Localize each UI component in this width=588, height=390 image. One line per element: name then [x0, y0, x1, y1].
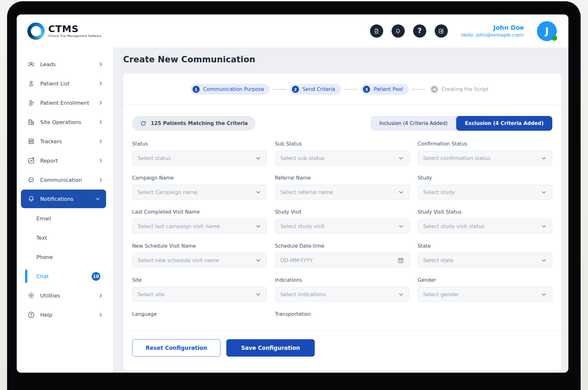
sidebar-item-utilities[interactable]: Utilities — [17, 286, 113, 305]
chevron-right-icon — [98, 138, 104, 144]
sidebar-item-leads[interactable]: Leads — [17, 55, 113, 74]
field-label: Referral Name — [275, 175, 410, 181]
field-empty — [418, 311, 552, 321]
step-connector — [273, 89, 287, 90]
step-creating-the-script[interactable]: 4 Creating the Script — [429, 84, 494, 95]
sidebar-item-label: Leads — [40, 61, 98, 67]
site-operations-icon — [27, 118, 35, 126]
sidebar-item-label: Patient List — [40, 81, 98, 87]
sidebar-item-label: Help — [40, 312, 98, 318]
step-communication-purpose[interactable]: 1 Communication Purpose — [190, 84, 270, 95]
last-completed-visit-select[interactable]: Select last campaign visit name — [132, 219, 267, 234]
schedule-date-input[interactable]: DD-MM-YYYY — [275, 253, 410, 268]
avatar[interactable]: J — [537, 21, 557, 41]
patient-enrollment-icon — [27, 99, 35, 107]
sidebar-item-label: Trackers — [40, 138, 98, 145]
chevron-down-icon — [541, 291, 547, 297]
step-number: 1 — [193, 86, 200, 93]
communication-icon — [27, 176, 35, 184]
field-indications: Indications Select indications — [275, 277, 410, 302]
chevron-down-icon — [541, 257, 547, 263]
sidebar-item-label: Communication — [40, 177, 98, 183]
sidebar-item-notifications[interactable]: Notifications — [21, 190, 106, 208]
card-footer: Reset Configuration Save Configuration — [123, 331, 561, 370]
step-connector — [344, 89, 358, 90]
tab-inclusion[interactable]: Inclusion (4 Criteria Added) — [371, 116, 456, 131]
confirmation-status-select[interactable]: Select confirmation status — [418, 151, 552, 165]
field-referral-name: Referral Name Select referral name — [275, 175, 410, 199]
sidebar-item-report[interactable]: Report — [17, 151, 113, 170]
field-label: Study Visit — [275, 209, 410, 215]
sidebar-item-label: Notifications — [40, 196, 95, 202]
notification-bell-icon[interactable] — [392, 24, 405, 38]
referral-name-select[interactable]: Select referral name — [275, 185, 410, 199]
field-confirmation-status: Confirmation Status Select confirmation … — [418, 141, 552, 165]
app-window: CTMS Clinical Trial Management Software … — [17, 14, 568, 373]
sidebar-subitem-phone[interactable]: Phone — [17, 247, 113, 267]
active-indicator-bar — [25, 270, 27, 283]
trackers-icon — [27, 137, 35, 145]
field-status: Status Select status — [132, 141, 267, 165]
field-transportation: Transportation — [275, 311, 410, 321]
sidebar-item-label: Patient Enrollment — [40, 100, 98, 106]
patient-list-icon — [27, 80, 35, 87]
sidebar-subitem-text[interactable]: Text — [17, 228, 113, 247]
user-name: John Doe — [461, 24, 524, 32]
step-number: 4 — [431, 86, 438, 93]
indications-select[interactable]: Select indications — [275, 287, 410, 302]
user-greeting: Hello..john@exmaple.com! — [461, 32, 524, 38]
field-label: Language — [132, 311, 267, 317]
field-new-schedule-visit-name: New Schedule Visit Name Select new sched… — [132, 243, 267, 268]
field-study: Study Select study — [418, 175, 552, 199]
sidebar-item-patient-list[interactable]: Patient List — [17, 74, 113, 93]
help-icon[interactable]: ? — [413, 24, 426, 38]
chevron-down-icon — [541, 189, 547, 195]
site-select[interactable]: Select site — [132, 287, 267, 302]
matching-patients-button[interactable]: 125 Patients Matching the Criteria — [132, 116, 256, 131]
sidebar-item-help[interactable]: Help — [17, 305, 113, 324]
sidebar-item-trackers[interactable]: Trackers — [17, 132, 113, 151]
gender-select[interactable]: Select gender — [418, 287, 552, 302]
chevron-down-icon — [255, 155, 261, 161]
field-label: Indications — [275, 277, 410, 283]
study-visit-select[interactable]: Select study visit — [275, 219, 410, 234]
new-schedule-visit-select[interactable]: Select new schedule visit name — [132, 253, 267, 268]
sidebar-item-patient-enrollment[interactable]: Patient Enrollment — [17, 93, 113, 112]
chevron-down-icon — [255, 291, 261, 297]
logout-icon[interactable] — [435, 24, 448, 38]
sidebar-item-communication[interactable]: Communication — [17, 170, 113, 190]
save-configuration-button[interactable]: Save Configuration — [226, 339, 315, 357]
study-visit-status-select[interactable]: Select study visit status — [418, 219, 552, 234]
step-label: Patient Pool — [374, 86, 403, 92]
chevron-down-icon — [95, 196, 101, 202]
step-patient-pool[interactable]: 3 Patient Pool — [361, 84, 409, 95]
sidebar-item-site-operations[interactable]: Site Operations — [17, 112, 113, 132]
step-send-criteria[interactable]: 2 Send Criteria — [290, 84, 341, 95]
field-label: Study — [418, 175, 552, 181]
help-glyph: ? — [418, 28, 421, 34]
chevron-down-icon — [398, 189, 404, 195]
step-connector — [412, 89, 426, 90]
status-select[interactable]: Select status — [132, 151, 267, 165]
reset-configuration-button[interactable]: Reset Configuration — [132, 339, 221, 357]
chevron-down-icon — [255, 223, 261, 229]
field-schedule-date-time: Schedule Date-time DD-MM-YYYY — [275, 243, 410, 268]
sidebar-subitem-chat[interactable]: Chat 10 — [17, 267, 113, 286]
tab-exclusion[interactable]: Exclusion (4 Criteria Added) — [456, 116, 552, 131]
sidebar: Leads Patient List — [17, 48, 113, 373]
document-icon[interactable] — [370, 24, 383, 38]
field-study-visit-status: Study Visit Status Select study visit st… — [418, 209, 552, 234]
field-site: Site Select site — [132, 277, 267, 302]
field-label: Study Visit Status — [418, 209, 552, 215]
step-number: 2 — [292, 86, 299, 93]
study-select[interactable]: Select study — [418, 185, 552, 199]
sidebar-item-label: Report — [40, 158, 98, 164]
campaign-name-select[interactable]: Select Campaign name — [132, 185, 267, 199]
sub-status-select[interactable]: Select sub status — [275, 151, 410, 165]
field-label: Confirmation Status — [418, 141, 552, 147]
field-label: Status — [132, 141, 267, 147]
sidebar-subitem-email[interactable]: Email — [17, 209, 113, 228]
matching-patients-label: 125 Patients Matching the Criteria — [151, 120, 248, 126]
leads-icon — [27, 60, 35, 68]
state-select[interactable]: Select state — [418, 253, 552, 268]
